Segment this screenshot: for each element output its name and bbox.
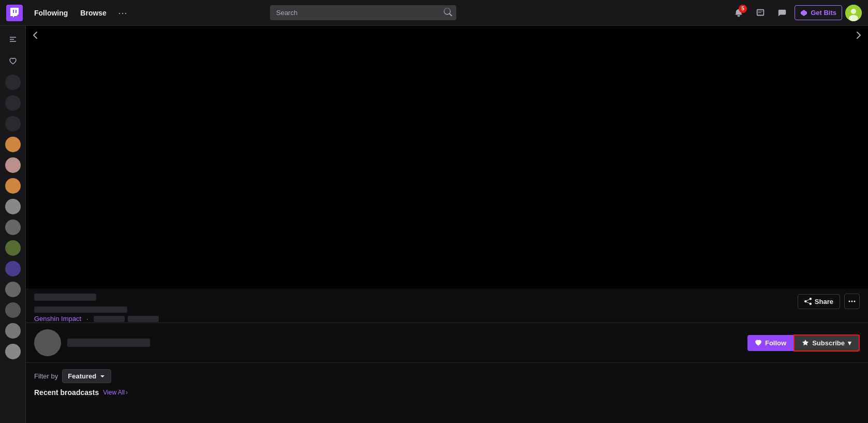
whispers-button[interactable] [773, 4, 791, 22]
filter-featured-button[interactable]: Featured [62, 369, 111, 383]
view-all-icon: › [126, 389, 128, 396]
sidebar-channel-7[interactable] [5, 199, 21, 214]
collapse-left-button[interactable] [30, 30, 40, 42]
recent-broadcasts-label: Recent broadcasts [34, 388, 99, 397]
messages-button[interactable] [751, 4, 770, 22]
subscribe-label: Subscribe [812, 339, 845, 347]
channel-avatar[interactable] [34, 329, 61, 356]
view-all-label: View All [103, 389, 125, 396]
search-container [270, 5, 456, 20]
collapse-right-button[interactable] [854, 30, 864, 42]
svg-point-7 [849, 301, 850, 302]
svg-point-6 [849, 15, 858, 21]
sidebar-collapse-button[interactable] [4, 30, 22, 49]
video-player [26, 26, 868, 288]
stream-more-button[interactable] [844, 294, 860, 309]
sidebar-channel-9[interactable] [5, 240, 21, 256]
stream-subtitle [34, 307, 127, 313]
game-link[interactable]: Genshin Impact [34, 315, 81, 323]
sidebar-favorites-button[interactable] [4, 52, 22, 70]
get-bits-button[interactable]: Get Bits [795, 5, 842, 20]
more-menu-button[interactable]: ⋯ [114, 5, 131, 21]
stream-info-section: Genshin Impact · Share [26, 288, 868, 323]
tag-1 [94, 316, 125, 322]
stream-title [34, 294, 96, 301]
main-content: Genshin Impact · Share [26, 26, 868, 423]
get-bits-label: Get Bits [811, 9, 836, 17]
subscribe-dropdown-icon: ▾ [848, 339, 851, 347]
following-link[interactable]: Following [29, 6, 73, 20]
view-all-link[interactable]: View All › [103, 389, 128, 396]
info-row: Genshin Impact · Share [34, 294, 860, 323]
channel-name-block [67, 339, 741, 347]
sidebar-channel-11[interactable] [5, 282, 21, 297]
sidebar-channel-6[interactable] [5, 178, 21, 194]
svg-rect-1 [13, 10, 14, 13]
follow-button[interactable]: Follow [747, 335, 794, 351]
svg-marker-3 [801, 10, 807, 16]
tag-2 [128, 316, 159, 322]
channel-section: Follow Subscribe ▾ [26, 323, 868, 363]
channel-actions: Follow Subscribe ▾ [747, 334, 860, 352]
browse-link[interactable]: Browse [75, 6, 112, 20]
dot-separator: · [86, 315, 88, 323]
stream-title-block: Genshin Impact · [34, 294, 159, 323]
sidebar-channel-10[interactable] [5, 261, 21, 276]
channel-name [67, 339, 150, 347]
sidebar-channel-14[interactable] [5, 344, 21, 359]
topnav: Following Browse ⋯ 5 [0, 0, 868, 26]
sidebar-channel-1[interactable] [5, 75, 21, 90]
svg-point-5 [851, 9, 856, 14]
filter-featured-label: Featured [68, 372, 96, 380]
user-avatar[interactable] [845, 5, 862, 21]
subscribe-button[interactable]: Subscribe ▾ [794, 334, 860, 352]
share-button[interactable]: Share [798, 294, 840, 309]
twitch-logo[interactable] [6, 5, 23, 21]
notifications-button[interactable]: 5 [729, 4, 748, 22]
filter-row: Filter by Featured [34, 369, 860, 383]
svg-rect-2 [16, 10, 17, 13]
topnav-right: 5 Get Bits [729, 4, 862, 22]
topnav-links: Following Browse ⋯ [29, 5, 131, 21]
sidebar [0, 26, 26, 423]
follow-label: Follow [765, 339, 786, 347]
sidebar-channel-8[interactable] [5, 220, 21, 235]
sidebar-channel-13[interactable] [5, 323, 21, 339]
sidebar-channel-3[interactable] [5, 116, 21, 132]
bottom-section: Filter by Featured Recent broadcasts Vie… [26, 363, 868, 397]
sidebar-channel-5[interactable] [5, 157, 21, 173]
svg-point-9 [854, 301, 856, 302]
recent-broadcasts-row: Recent broadcasts View All › [34, 388, 860, 397]
search-input[interactable] [270, 5, 456, 20]
info-actions: Share [798, 294, 860, 309]
search-icon[interactable] [444, 8, 452, 18]
sidebar-channel-4[interactable] [5, 137, 21, 152]
svg-point-8 [851, 301, 853, 302]
game-tags: Genshin Impact · [34, 315, 159, 323]
notification-badge: 5 [739, 5, 747, 13]
sidebar-channel-2[interactable] [5, 95, 21, 111]
sidebar-channel-12[interactable] [5, 302, 21, 318]
share-label: Share [815, 298, 833, 305]
filter-label: Filter by [34, 372, 58, 380]
